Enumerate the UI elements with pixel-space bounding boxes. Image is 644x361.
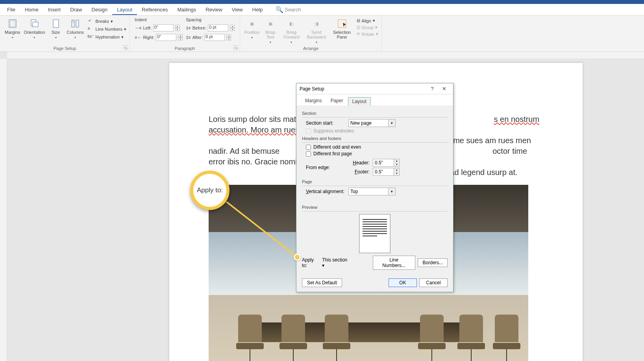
footer-edge-input[interactable]: 0.5"▴▾ [373, 168, 400, 176]
hyphenation-label: Hyphenation [96, 35, 120, 39]
ok-button[interactable]: OK [389, 278, 417, 287]
selection-pane-button[interactable]: Selection Pane [330, 17, 354, 46]
title-bar [0, 0, 644, 4]
menu-help[interactable]: Help [248, 4, 268, 15]
indent-left-spinner[interactable]: ▴▾ [175, 25, 180, 31]
margins-label: Margins [5, 30, 20, 35]
chevron-down-icon: ▾ [322, 263, 368, 268]
ribbon-group-paragraph: Indent →≡Left:0"▴▾ ≡←Right:0"▴▾ Spacing … [130, 16, 240, 52]
indent-right-input[interactable]: 0" [156, 34, 176, 41]
headers-footers-header: Headers and footers [302, 136, 448, 141]
spacing-after-input[interactable]: 8 pt [204, 34, 225, 41]
footer-edge-label: Footer: [349, 169, 370, 175]
menu-mailings[interactable]: Mailings [173, 4, 201, 15]
spacing-before-label: Before: [192, 26, 206, 30]
bring-forward-icon: ◧ [286, 18, 297, 29]
send-backward-icon: ◨ [311, 18, 322, 29]
menu-insert[interactable]: Insert [43, 4, 66, 15]
rotate-button: ⟳Rotate ▾ [357, 31, 378, 37]
dialog-tab-paper[interactable]: Paper [327, 97, 347, 105]
section-start-combo[interactable]: New page▾ [348, 119, 396, 127]
from-edge-label: From edge: [306, 165, 345, 170]
menu-design[interactable]: Design [87, 4, 112, 15]
dialog-title-bar[interactable]: Page Setup ? ✕ [296, 83, 453, 94]
indent-header: Indent [135, 17, 183, 23]
dialog-tab-margins[interactable]: Margins [301, 97, 326, 105]
spacing-before-input[interactable]: 0 pt [208, 24, 228, 31]
wrap-text-label: Wrap Text [265, 30, 276, 39]
vertical-alignment-combo[interactable]: Top▾ [348, 188, 396, 195]
vertical-alignment-label: Vertical alignment: [306, 189, 345, 194]
spacing-after-row: ‡≡After:8 pt▴▾ [186, 33, 235, 42]
send-backward-label: Send Backward [307, 30, 326, 39]
menu-view[interactable]: View [227, 4, 248, 15]
spacing-after-icon: ‡≡ [186, 35, 191, 40]
apply-to-value: This section [322, 257, 347, 263]
margins-button[interactable]: Margins▾ [3, 17, 22, 41]
spacing-after-label: After: [192, 35, 203, 40]
cancel-button[interactable]: Cancel [419, 278, 448, 287]
rotate-label: Rotate [362, 32, 374, 37]
menu-draw[interactable]: Draw [65, 4, 87, 15]
header-edge-input[interactable]: 0.5"▴▾ [373, 159, 400, 167]
page-setup-launcher[interactable]: ↘ [123, 45, 128, 50]
indent-left-row: →≡Left:0"▴▾ [135, 24, 183, 32]
line-numbers-icon: ≡ [88, 26, 94, 32]
indent-right-label: Right: [143, 35, 154, 40]
menu-layout[interactable]: Layout [112, 4, 137, 15]
diff-first-page-checkbox[interactable] [306, 151, 311, 157]
svg-rect-3 [33, 22, 38, 27]
margins-icon [7, 18, 18, 29]
group-button: ⊡Group ▾ [357, 24, 378, 31]
menu-file[interactable]: File [2, 4, 20, 15]
menu-references[interactable]: References [137, 4, 172, 15]
borders-dialog-button[interactable]: Borders... [418, 258, 448, 267]
menu-bar: File Home Insert Draw Design Layout Refe… [0, 4, 644, 16]
apply-to-label: Apply to: [302, 257, 320, 268]
diff-odd-even-checkbox[interactable] [306, 145, 311, 150]
paragraph-launcher[interactable]: ↘ [233, 45, 238, 50]
vertical-alignment-value: Top [350, 189, 358, 194]
breaks-button[interactable]: ⤶Breaks ▾ [88, 17, 126, 25]
rotate-icon: ⟳ [357, 31, 360, 37]
ruler-vertical[interactable] [0, 59, 7, 361]
section-start-label: Section start: [306, 120, 345, 126]
columns-label: Columns [67, 30, 83, 35]
svg-rect-9 [338, 20, 346, 28]
orientation-label: Orientation [24, 30, 45, 35]
search-input[interactable]: Search [285, 7, 301, 13]
orientation-button[interactable]: Orientation▾ [22, 17, 46, 41]
page-setup-group-title: Page Setup [0, 46, 130, 51]
page-setup-dialog: Page Setup ? ✕ Margins Paper Layout Sect… [296, 83, 453, 292]
menu-home[interactable]: Home [20, 4, 43, 15]
set-as-default-button[interactable]: Set As Default [302, 278, 342, 287]
size-button[interactable]: Size▾ [47, 17, 65, 41]
chevron-down-icon: ▾ [388, 120, 395, 127]
line-numbers-dialog-button[interactable]: Line Numbers... [373, 256, 415, 270]
dialog-close-button[interactable]: ✕ [438, 86, 450, 92]
columns-button[interactable]: Columns▾ [65, 17, 85, 41]
chevron-down-icon: ▾ [388, 188, 395, 195]
indent-left-input[interactable]: 0" [153, 24, 174, 31]
ruler-horizontal[interactable] [7, 52, 644, 59]
dialog-tab-layout[interactable]: Layout [348, 97, 371, 106]
align-button[interactable]: ⊟Align ▾ [357, 17, 378, 24]
dialog-help-button[interactable]: ? [426, 86, 438, 92]
indent-left-label: Left: [143, 26, 151, 30]
hyphenation-button[interactable]: bc⁻Hyphenation ▾ [88, 33, 126, 41]
spacing-after-spinner[interactable]: ▴▾ [226, 34, 231, 41]
apply-to-combo[interactable]: This section▾ [322, 257, 368, 268]
footer-edge-value: 0.5" [375, 169, 383, 175]
indent-left-icon: →≡ [135, 26, 141, 30]
line-numbers-button[interactable]: ≡Line Numbers ▾ [88, 25, 126, 33]
size-label: Size [52, 30, 60, 35]
indent-right-spinner[interactable]: ▴▾ [178, 34, 183, 41]
bring-forward-button: ◧Bring Forward▾ [280, 17, 303, 46]
spacing-before-spinner[interactable]: ▴▾ [230, 25, 235, 31]
align-icon: ⊟ [357, 18, 360, 23]
search-icon[interactable]: 🔍 [276, 6, 283, 13]
callout-magnifier: Apply to: [190, 171, 229, 210]
svg-rect-4 [53, 20, 59, 28]
doc-text-1: Loris sump dolor sits mate [209, 115, 300, 123]
menu-review[interactable]: Review [201, 4, 227, 15]
